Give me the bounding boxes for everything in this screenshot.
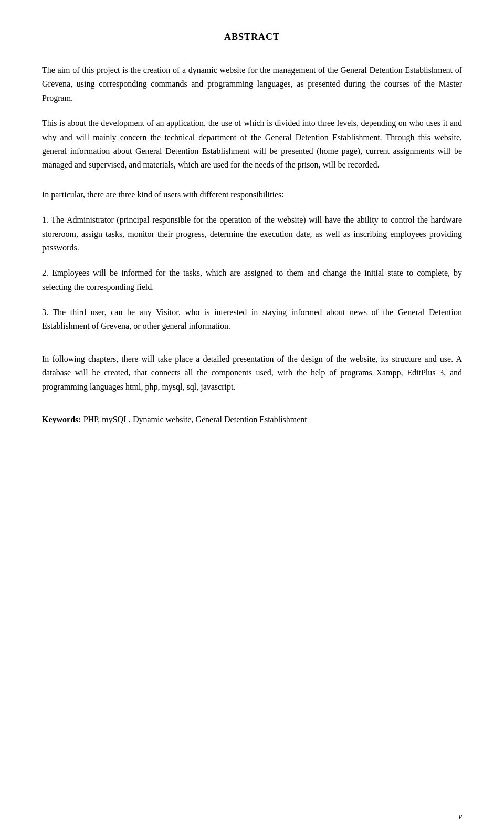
paragraph-2: This is about the development of an appl… [42,117,462,172]
keywords-line: Keywords: PHP, mySQL, Dynamic website, G… [42,413,462,426]
paragraph-7: In following chapters, there will take p… [42,352,462,394]
item-text-2: Employees will be informed for the tasks… [42,268,462,291]
paragraph-4: 1. The Administrator (principal responsi… [42,213,462,255]
paragraph-6: 3. The third user, can be any Visitor, w… [42,306,462,333]
keywords-label: Keywords: [42,415,81,424]
paragraph-3: In particular, there are three kind of u… [42,188,462,202]
item-text-1: The Administrator (principal responsible… [42,215,462,252]
keywords-text: PHP, mySQL, Dynamic website, General Det… [81,415,307,424]
page-number: v [458,812,462,821]
paragraph-1: The aim of this project is the creation … [42,64,462,105]
page: ABSTRACT The aim of this project is the … [0,0,504,837]
page-title: ABSTRACT [42,32,462,43]
paragraph-5: 2. Employees will be informed for the ta… [42,266,462,294]
item-text-3: The third user, can be any Visitor, who … [42,308,462,330]
